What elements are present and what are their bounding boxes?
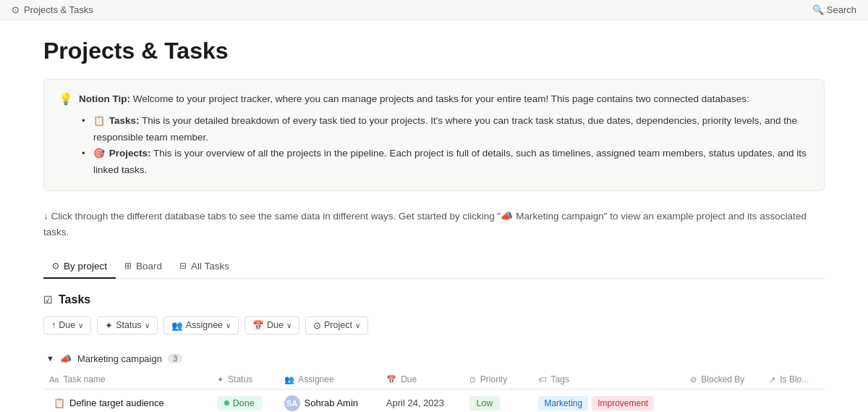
tip-emoji: 💡 [59, 92, 73, 106]
filter-assignee-arrow: ∨ [226, 321, 231, 329]
col-task-name-icon: Aa [49, 375, 59, 384]
group-name: Marketing campaign [77, 353, 162, 364]
row1-tags-cell: Marketing Improvement [532, 389, 684, 412]
row1-status-cell: Done [211, 389, 278, 412]
group-header[interactable]: ▼ 📣 Marketing campaign 3 [43, 348, 825, 370]
col-assignee-icon: 👥 [284, 375, 294, 384]
row1-status-dot [224, 400, 229, 405]
col-status: ✦ Status [211, 370, 278, 390]
tip-body: Notion Tip: Welcome to your project trac… [79, 91, 749, 107]
projects-bold: Projects: [109, 148, 151, 159]
col-blocked-by-icon: ⊘ [690, 375, 697, 384]
col-is-blocked-icon: ↗ [769, 375, 775, 384]
by-project-icon: ⊙ [52, 261, 59, 271]
row1-task-icon: 📋 [54, 398, 65, 408]
tip-bold: Notion Tip: [79, 93, 130, 104]
col-due: 📅 Due [380, 370, 464, 390]
tasks-section-header: ☑ Tasks [43, 293, 825, 306]
filter-due-arrow: ∨ [286, 321, 292, 329]
row1-is-blocked-cell [763, 389, 825, 412]
page-content: Projects & Tasks 💡 Notion Tip: Welcome t… [14, 20, 854, 412]
subtitle-text: ↓ Click through the different database t… [43, 209, 825, 240]
col-due-icon: 📅 [386, 375, 396, 384]
filter-due-up-icon: ↑ [51, 320, 56, 330]
tasks-section-title: Tasks [59, 293, 90, 306]
group-campaign-icon: 📣 [60, 353, 72, 364]
col-assignee-label: Assignee [298, 374, 333, 384]
filter-project-label: Project [324, 320, 352, 330]
tasks-icon: 📋 [93, 115, 105, 126]
row1-assignee-cell: SA Sohrab Amin [278, 389, 380, 412]
row1-avatar: SA [284, 395, 300, 411]
tab-all-tasks[interactable]: ⊟ All Tasks [171, 255, 238, 279]
row1-priority-cell: Low [464, 389, 533, 412]
row1-tag-improvement: Improvement [592, 396, 654, 411]
group-toggle-icon: ▼ [46, 354, 54, 363]
col-task-name-label: Task name [64, 374, 106, 384]
col-priority-label: Priority [480, 374, 507, 384]
col-tags: 🏷 Tags [532, 370, 684, 390]
tasks-table: Aa Task name ✦ Status 👥 Assignee 📅 Due [43, 370, 825, 412]
filter-project-icon: ⊙ [313, 320, 321, 331]
filter-assignee-label: Assignee [186, 320, 223, 330]
filter-status-label: Status [116, 320, 141, 330]
tip-bullets: 📋 Tasks: This is your detailed breakdown… [82, 113, 809, 180]
col-blocked-by: ⊘ Blocked By [684, 370, 763, 390]
tasks-bold: Tasks: [109, 115, 140, 126]
row1-due-cell: April 24, 2023 [380, 389, 464, 412]
col-is-blocked: ↗ Is Blo... [763, 370, 825, 390]
tab-board[interactable]: ⊞ Board [116, 255, 171, 279]
filter-bar: ↑ Due ∨ ✦ Status ∨ 👥 Assignee ∨ 📅 Due ∨ … [43, 316, 825, 335]
row1-status-label: Done [233, 398, 255, 408]
tasks-section-icon: ☑ [43, 294, 53, 306]
projects-icon: 🎯 [93, 148, 105, 159]
search-label: Search [827, 4, 856, 15]
tasks-text: This is your detailed breakdown of every… [93, 115, 797, 143]
table-row: 📋 Define target audience Done SA [43, 389, 825, 412]
filter-assignee[interactable]: 👥 Assignee ∨ [163, 316, 239, 335]
tip-header: 💡 Notion Tip: Welcome to your project tr… [59, 91, 809, 107]
breadcrumb: ⊙ Projects & Tasks [12, 4, 93, 15]
filter-due-up-label: Due [59, 320, 75, 330]
filter-due-up[interactable]: ↑ Due ∨ [43, 316, 91, 335]
tab-board-label: Board [136, 261, 162, 272]
filter-project-arrow: ∨ [355, 321, 360, 329]
tab-all-tasks-label: All Tasks [191, 261, 229, 272]
col-status-icon: ✦ [217, 375, 224, 384]
col-task-name: Aa Task name [43, 370, 211, 390]
row1-priority-badge: Low [469, 396, 501, 411]
col-due-label: Due [401, 374, 417, 384]
projects-text: This is your overview of all the project… [93, 148, 807, 175]
top-bar: ⊙ Projects & Tasks 🔍 Search [0, 0, 868, 20]
row1-task-cell: 📋 Define target audience [43, 389, 211, 412]
search-icon: 🔍 [812, 4, 824, 15]
all-tasks-icon: ⊟ [179, 261, 187, 271]
filter-project[interactable]: ⊙ Project ∨ [305, 316, 368, 335]
tab-by-project-label: By project [64, 261, 107, 272]
col-status-label: Status [228, 374, 252, 384]
filter-due-icon: 📅 [252, 320, 264, 331]
col-priority: ⊙ Priority [464, 370, 533, 390]
tabs: ⊙ By project ⊞ Board ⊟ All Tasks [43, 255, 825, 279]
row1-status-badge: Done [217, 396, 262, 411]
filter-status-icon: ✦ [105, 320, 113, 331]
filter-due[interactable]: 📅 Due ∨ [244, 316, 299, 335]
row1-task-name[interactable]: Define target audience [69, 398, 164, 408]
group-count: 3 [168, 353, 182, 363]
breadcrumb-icon: ⊙ [12, 4, 20, 15]
col-assignee: 👥 Assignee [278, 370, 380, 390]
filter-due-label: Due [267, 320, 284, 330]
tip-header-text: Welcome to your project tracker, where y… [130, 93, 749, 104]
tab-by-project[interactable]: ⊙ By project [43, 255, 116, 279]
col-priority-icon: ⊙ [469, 375, 476, 384]
breadcrumb-text: Projects & Tasks [24, 4, 93, 15]
row1-blocked-by-cell [684, 389, 763, 412]
filter-status-arrow: ∨ [145, 321, 150, 329]
board-icon: ⊞ [124, 261, 132, 271]
filter-due-up-arrow: ∨ [78, 321, 83, 329]
search-button[interactable]: 🔍 Search [812, 4, 856, 15]
filter-status[interactable]: ✦ Status ∨ [97, 316, 157, 335]
tip-bullet-projects: 🎯 Projects: This is your overview of all… [82, 146, 809, 179]
col-is-blocked-label: Is Blo... [780, 374, 809, 384]
tip-box: 💡 Notion Tip: Welcome to your project tr… [43, 79, 825, 191]
